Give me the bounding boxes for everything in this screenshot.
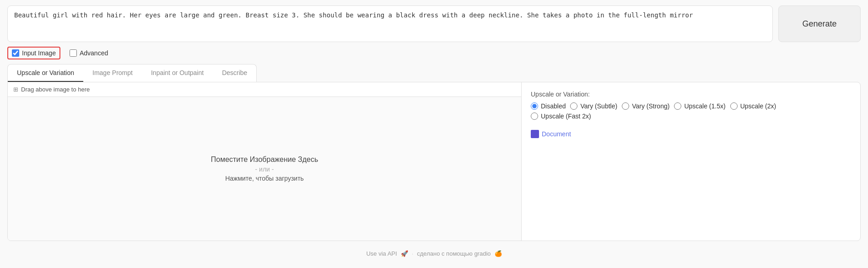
footer-api-icon: 🚀	[401, 250, 408, 257]
upload-click-text: Нажмите, чтобы загрузить	[225, 175, 304, 182]
document-icon	[531, 130, 539, 138]
section-label: Upscale or Variation:	[531, 91, 851, 98]
radio-upscale-fast-2-label: Upscale (Fast 2x)	[541, 113, 591, 120]
radio-upscale-2[interactable]: Upscale (2x)	[730, 102, 776, 110]
drag-hint-text: Drag above image to here	[21, 86, 90, 93]
radio-upscale-fast-2-input[interactable]	[531, 113, 538, 120]
radio-group-row2: Upscale (Fast 2x)	[531, 113, 851, 120]
radio-disabled-label: Disabled	[541, 102, 566, 110]
upload-main-text: Поместите Изображение Здесь	[211, 155, 318, 164]
radio-disabled-input[interactable]	[531, 102, 538, 110]
radio-group-row1: Disabled Vary (Subtle) Vary (Strong) Ups…	[531, 102, 851, 110]
advanced-group: Advanced	[70, 49, 108, 57]
input-image-group: Input Image	[7, 47, 60, 59]
footer-made-text: сделано с помощью gradio	[417, 250, 491, 257]
tabs-container: Upscale or Variation Image Prompt Inpain…	[7, 64, 257, 82]
document-link[interactable]: Document	[531, 130, 851, 138]
radio-vary-strong-input[interactable]	[622, 102, 629, 110]
drag-icon: ⊞	[13, 86, 18, 93]
upload-or-text: - или -	[255, 166, 274, 173]
footer-made-icon: 🍊	[495, 250, 502, 257]
radio-upscale-1-5-input[interactable]	[674, 102, 681, 110]
radio-vary-subtle-label: Vary (Subtle)	[580, 102, 617, 110]
tab-inpaint-outpaint[interactable]: Inpaint or Outpaint	[142, 64, 213, 82]
left-panel: ⊞ Drag above image to here Поместите Изо…	[8, 82, 522, 241]
tab-upscale-variation[interactable]: Upscale or Variation	[8, 64, 83, 82]
radio-vary-subtle-input[interactable]	[570, 102, 577, 110]
tab-describe[interactable]: Describe	[213, 64, 256, 82]
radio-upscale-2-input[interactable]	[730, 102, 738, 110]
prompt-textarea[interactable]	[7, 5, 773, 42]
advanced-checkbox[interactable]	[70, 49, 77, 57]
footer: Use via API 🚀 · сделано с помощью gradio…	[7, 245, 861, 263]
input-image-checkbox[interactable]	[12, 49, 19, 57]
radio-upscale-2-label: Upscale (2x)	[740, 102, 776, 110]
radio-upscale-1-5-label: Upscale (1.5x)	[684, 102, 725, 110]
drag-hint-bar: ⊞ Drag above image to here	[8, 82, 521, 97]
generate-button[interactable]: Generate	[778, 5, 861, 42]
advanced-label[interactable]: Advanced	[80, 49, 108, 57]
tab-image-prompt[interactable]: Image Prompt	[83, 64, 142, 82]
upload-zone[interactable]: Поместите Изображение Здесь - или - Нажм…	[8, 97, 521, 241]
footer-dot: ·	[412, 250, 414, 257]
document-link-text: Document	[542, 130, 571, 138]
radio-disabled[interactable]: Disabled	[531, 102, 566, 110]
radio-upscale-1-5[interactable]: Upscale (1.5x)	[674, 102, 725, 110]
footer-api-text: Use via API	[366, 250, 397, 257]
radio-vary-subtle[interactable]: Vary (Subtle)	[570, 102, 617, 110]
radio-upscale-fast-2[interactable]: Upscale (Fast 2x)	[531, 113, 591, 120]
content-area: ⊞ Drag above image to here Поместите Изо…	[7, 82, 861, 241]
radio-vary-strong-label: Vary (Strong)	[632, 102, 669, 110]
right-panel: Upscale or Variation: Disabled Vary (Sub…	[522, 82, 860, 241]
input-image-label[interactable]: Input Image	[22, 49, 56, 57]
radio-vary-strong[interactable]: Vary (Strong)	[622, 102, 669, 110]
